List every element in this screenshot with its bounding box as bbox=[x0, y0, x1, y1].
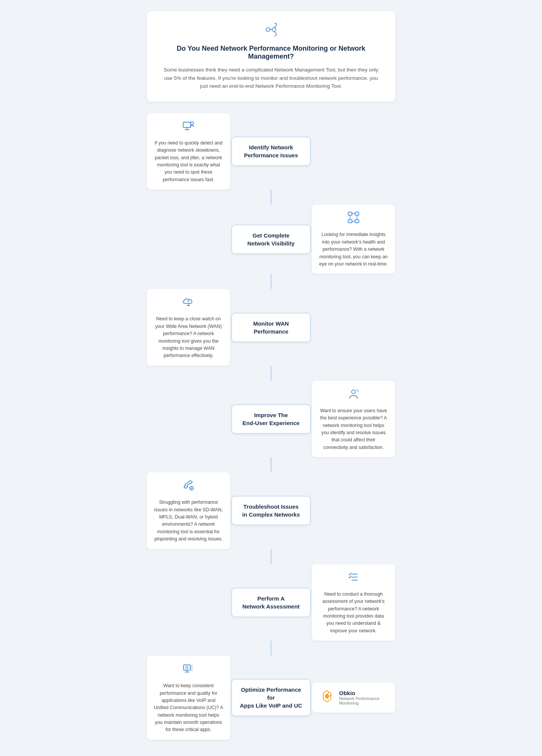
page-wrapper: Do You Need Network Performance Monitori… bbox=[143, 8, 399, 744]
svg-point-1 bbox=[272, 28, 276, 31]
side-text-enduser: Want to ensure your users have the best … bbox=[319, 407, 388, 451]
btn-identify[interactable]: Identify NetworkPerformance Issues bbox=[231, 137, 311, 166]
btn-visibility[interactable]: Get CompleteNetwork Visibility bbox=[231, 225, 311, 254]
left-card-identify: If you need to quickly detect and diagno… bbox=[147, 113, 230, 189]
svg-rect-10 bbox=[355, 220, 359, 223]
obkio-icon bbox=[319, 689, 335, 706]
left-card-troubleshoot: Struggling with performance issues in ne… bbox=[147, 472, 230, 549]
svg-rect-3 bbox=[183, 122, 191, 127]
flow-container: If you need to quickly detect and diagno… bbox=[147, 113, 395, 740]
list-arrow-icon bbox=[319, 570, 388, 588]
grid-network-icon bbox=[319, 211, 388, 228]
wrench-gear-icon bbox=[154, 478, 223, 496]
btn-wan[interactable]: Monitor WANPerformance bbox=[231, 313, 311, 342]
side-card-enduser: Want to ensure your users have the best … bbox=[312, 381, 395, 457]
settings-circle-icon bbox=[154, 662, 223, 679]
side-text-wan: Need to keep a close watch on your Wide … bbox=[154, 315, 223, 359]
row-visibility: Get CompleteNetwork Visibility bbox=[147, 205, 395, 274]
obkio-logo-card: Obkio Network Performance Monitoring bbox=[312, 683, 395, 713]
row-troubleshoot: Struggling with performance issues in ne… bbox=[147, 472, 395, 549]
side-text-visibility: Looking for immediate insights into your… bbox=[319, 231, 388, 268]
side-text-identify: If you need to quickly detect and diagno… bbox=[154, 140, 223, 183]
svg-point-18 bbox=[352, 390, 355, 394]
btn-assessment[interactable]: Perform ANetwork Assessment bbox=[231, 588, 311, 617]
svg-point-17 bbox=[188, 300, 189, 302]
row-identify: If you need to quickly detect and diagno… bbox=[147, 113, 395, 189]
btn-troubleshoot[interactable]: Troubleshoot Issuesin Complex Networks bbox=[231, 496, 311, 525]
connector-4 bbox=[147, 457, 395, 472]
right-card-visibility: Looking for immediate insights into your… bbox=[312, 205, 395, 274]
side-card-voip: Want to keep consistent performance and … bbox=[147, 656, 230, 740]
header-icon bbox=[162, 22, 380, 40]
connector-6 bbox=[147, 641, 395, 656]
svg-rect-7 bbox=[348, 212, 352, 215]
svg-point-31 bbox=[192, 670, 193, 671]
svg-point-26 bbox=[186, 666, 188, 669]
right-obkio: Obkio Network Performance Monitoring bbox=[312, 683, 395, 713]
svg-point-0 bbox=[266, 28, 270, 31]
svg-point-29 bbox=[192, 665, 193, 666]
connector-1 bbox=[147, 189, 395, 205]
left-card-wan: Need to keep a close watch on your Wide … bbox=[147, 289, 230, 365]
user-circle-icon bbox=[319, 387, 388, 404]
connector-5 bbox=[147, 549, 395, 564]
btn-enduser[interactable]: Improve TheEnd-User Experience bbox=[231, 404, 311, 434]
header-description: Some businesses think they need a compli… bbox=[162, 66, 380, 90]
connector-3 bbox=[147, 366, 395, 381]
btn-voip[interactable]: Optimize Performance forApps Like VoIP a… bbox=[231, 679, 311, 716]
svg-point-30 bbox=[192, 668, 193, 669]
side-card-visibility: Looking for immediate insights into your… bbox=[312, 205, 395, 274]
side-card-identify: If you need to quickly detect and diagno… bbox=[147, 113, 230, 189]
obkio-name: Obkio bbox=[339, 690, 388, 696]
right-card-enduser: Want to ensure your users have the best … bbox=[312, 381, 395, 457]
side-text-voip: Want to keep consistent performance and … bbox=[154, 682, 223, 734]
side-card-assessment: Need to conduct a thorough assessment of… bbox=[312, 564, 395, 641]
connector-2 bbox=[147, 274, 395, 289]
side-card-wan: Need to keep a close watch on your Wide … bbox=[147, 289, 230, 365]
obkio-text: Obkio Network Performance Monitoring bbox=[339, 690, 388, 705]
cloud-network-icon bbox=[154, 295, 223, 312]
row-assessment: Perform ANetwork Assessment Need to bbox=[147, 564, 395, 641]
svg-rect-8 bbox=[355, 212, 359, 215]
row-enduser: Improve TheEnd-User Experience Want to e… bbox=[147, 381, 395, 457]
left-card-voip: Want to keep consistent performance and … bbox=[147, 656, 230, 740]
side-text-troubleshoot: Struggling with performance issues in ne… bbox=[154, 499, 223, 543]
header-card: Do You Need Network Performance Monitori… bbox=[147, 11, 395, 102]
right-card-assessment: Need to conduct a thorough assessment of… bbox=[312, 564, 395, 641]
row-wan: Need to keep a close watch on your Wide … bbox=[147, 289, 395, 365]
person-monitor-icon bbox=[154, 119, 223, 137]
side-text-assessment: Need to conduct a thorough assessment of… bbox=[319, 591, 388, 635]
row-voip: Want to keep consistent performance and … bbox=[147, 656, 395, 740]
svg-rect-25 bbox=[184, 665, 190, 670]
side-card-troubleshoot: Struggling with performance issues in ne… bbox=[147, 472, 230, 549]
svg-rect-9 bbox=[348, 220, 352, 223]
header-title: Do You Need Network Performance Monitori… bbox=[162, 45, 380, 61]
obkio-tagline: Network Performance Monitoring bbox=[339, 696, 388, 705]
